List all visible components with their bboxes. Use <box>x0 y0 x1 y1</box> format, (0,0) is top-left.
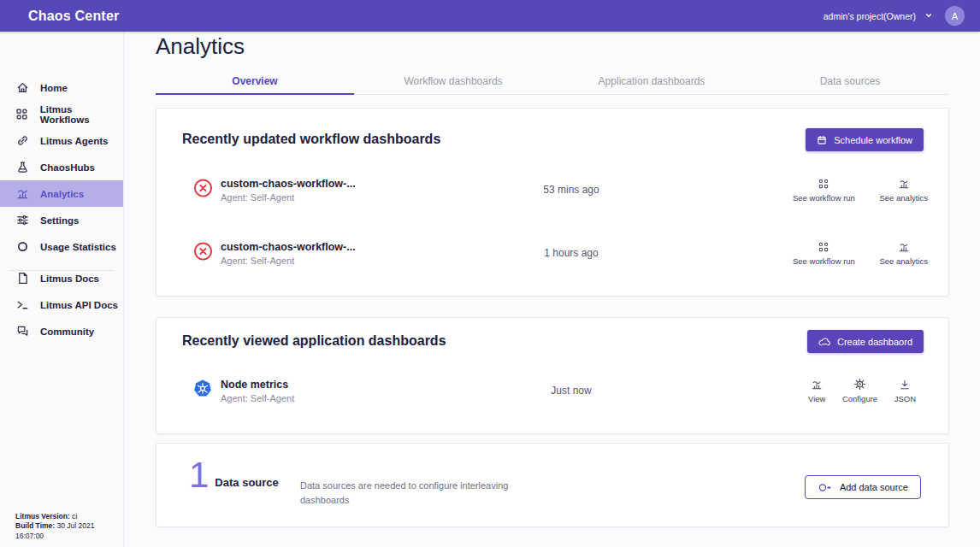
chaoshubs-icon <box>15 161 29 174</box>
configure-action[interactable]: Configure <box>842 378 877 403</box>
sidebar: Home Litmus Workflows Litmus Agents Chao… <box>0 32 124 547</box>
workflow-row-actions: See workflow run See analytics <box>793 240 928 266</box>
docs-icon <box>15 272 29 285</box>
sidebar-item-litmus-workflows[interactable]: Litmus Workflows <box>0 101 123 127</box>
top-header: Chaos Center admin's project(Owner) A <box>0 0 980 32</box>
workflow-name: custom-chaos-workflow-... <box>221 178 356 190</box>
tab-application-dashboards[interactable]: Application dashboards <box>552 68 751 94</box>
terminal-icon <box>15 298 29 312</box>
dashboard-timestamp: Just now <box>499 385 644 397</box>
chevron-down-icon <box>924 11 933 21</box>
sidebar-item-label: ChaosHubs <box>40 162 95 173</box>
sidebar-item-community[interactable]: Community <box>0 318 123 344</box>
litmus-version: Litmus Version: ci <box>15 512 123 521</box>
add-data-source-button[interactable]: Add data source <box>805 475 921 499</box>
json-download-action[interactable]: JSON <box>894 378 916 403</box>
create-dashboard-button[interactable]: Create dashbaord <box>807 330 924 353</box>
sidebar-item-label: Litmus API Docs <box>40 300 118 310</box>
sidebar-item-label: Analytics <box>40 189 84 199</box>
datasource-icon <box>818 482 832 493</box>
workflow-timestamp: 53 mins ago <box>499 184 644 196</box>
dashboard-row[interactable]: Node metrics Agent: Self-Agent Just now … <box>156 369 948 412</box>
avatar[interactable]: A <box>945 6 965 26</box>
sidebar-item-litmus-api-docs[interactable]: Litmus API Docs <box>0 291 123 318</box>
view-action[interactable]: View <box>808 378 825 403</box>
sidebar-item-label: Settings <box>40 215 79 226</box>
see-workflow-run-action[interactable]: See workflow run <box>793 177 855 203</box>
sidebar-item-label: Usage Statistics <box>40 242 116 252</box>
sidebar-item-litmus-agents[interactable]: Litmus Agents <box>0 127 123 154</box>
workflow-info: custom-chaos-workflow-... Agent: Self-Ag… <box>221 241 356 266</box>
chart-icon <box>811 378 823 391</box>
workflow-agent: Agent: Self-Agent <box>221 192 356 203</box>
workflow-info: custom-chaos-workflow-... Agent: Self-Ag… <box>221 178 356 203</box>
sidebar-item-usage-statistics[interactable]: Usage Statistics <box>0 233 123 260</box>
workflow-timestamp: 1 hours ago <box>499 247 644 259</box>
workflow-dashboards-card: Recently updated workflow dashboards Sch… <box>156 108 949 297</box>
sidebar-item-home[interactable]: Home <box>0 74 123 101</box>
dashboard-row-actions: View Configure JSON <box>808 378 916 403</box>
dashboard-info: Node metrics Agent: Self-Agent <box>221 379 294 403</box>
see-analytics-action[interactable]: See analytics <box>879 240 928 266</box>
sidebar-item-litmus-docs[interactable]: Litmus Docs <box>0 265 123 291</box>
workflow-run-icon <box>818 240 829 253</box>
app-title: Chaos Center <box>28 9 119 24</box>
sidebar-secondary-nav: Litmus Docs Litmus API Docs Community <box>0 265 123 344</box>
chart-icon <box>898 240 910 253</box>
sidebar-primary-nav: Home Litmus Workflows Litmus Agents Chao… <box>0 74 123 274</box>
tab-overview[interactable]: Overview <box>156 68 354 94</box>
card-title: Recently viewed application dashboards <box>182 333 446 349</box>
project-selector[interactable]: admin's project(Owner) <box>824 11 933 21</box>
sidebar-item-settings[interactable]: Settings <box>0 207 123 233</box>
data-source-count-label: Data source <box>215 476 278 492</box>
tab-data-sources[interactable]: Data sources <box>751 68 949 94</box>
see-analytics-action[interactable]: See analytics <box>879 177 928 203</box>
tab-bar: Overview Workflow dashboards Application… <box>156 68 949 95</box>
agents-icon <box>15 134 29 148</box>
data-source-count-block: 1 Data source <box>189 458 279 492</box>
version-info: Litmus Version: ci Build Time: 30 Jul 20… <box>15 512 123 541</box>
card-title: Recently updated workflow dashboards <box>182 132 440 147</box>
chart-icon <box>898 177 910 190</box>
sidebar-item-chaoshubs[interactable]: ChaosHubs <box>0 154 123 180</box>
usage-statistics-icon <box>15 240 29 254</box>
tab-workflow-dashboards[interactable]: Workflow dashboards <box>354 68 552 94</box>
sidebar-item-analytics[interactable]: Analytics <box>0 180 123 207</box>
calendar-icon <box>817 135 827 145</box>
sidebar-item-label: Home <box>40 83 68 93</box>
gear-icon <box>853 378 866 391</box>
chaos-center-app: Chaos Center admin's project(Owner) A Ho… <box>0 0 980 547</box>
dashboard-agent: Agent: Self-Agent <box>221 393 294 403</box>
workflow-name: custom-chaos-workflow-... <box>221 241 356 253</box>
data-source-description: Data sources are needed to configure int… <box>300 479 518 508</box>
dashboard-icon <box>818 337 830 347</box>
data-source-card: 1 Data source Data sources are needed to… <box>156 443 949 527</box>
header-right: admin's project(Owner) A <box>824 0 965 32</box>
workflow-row-actions: See workflow run See analytics <box>793 177 928 203</box>
failed-icon <box>193 179 213 202</box>
application-dashboards-card: Recently viewed application dashboards C… <box>156 317 949 434</box>
download-icon <box>899 378 911 391</box>
kubernetes-icon <box>192 379 213 403</box>
sidebar-item-label: Community <box>40 326 94 337</box>
workflow-run-icon <box>818 177 829 190</box>
main-content: Analytics Overview Workflow dashboards A… <box>125 32 980 547</box>
workflow-row[interactable]: custom-chaos-workflow-... Agent: Self-Ag… <box>156 232 948 274</box>
analytics-icon <box>15 187 29 201</box>
project-selector-label: admin's project(Owner) <box>824 11 916 21</box>
see-workflow-run-action[interactable]: See workflow run <box>793 240 855 266</box>
data-source-count: 1 <box>189 458 209 492</box>
sidebar-item-label: Litmus Agents <box>40 136 108 146</box>
page-title: Analytics <box>156 33 245 60</box>
workflow-agent: Agent: Self-Agent <box>221 256 356 266</box>
build-time: Build Time: 30 Jul 2021 16:07:00 <box>15 521 123 541</box>
settings-icon <box>15 214 29 227</box>
workflows-icon <box>15 108 29 121</box>
dashboard-name: Node metrics <box>221 379 294 391</box>
sidebar-item-label: Litmus Docs <box>40 274 99 284</box>
workflow-row[interactable]: custom-chaos-workflow-... Agent: Self-Ag… <box>156 168 948 211</box>
failed-icon <box>193 242 213 265</box>
home-icon <box>15 81 29 95</box>
schedule-workflow-button[interactable]: Schedule workflow <box>806 128 924 151</box>
community-icon <box>15 325 29 338</box>
